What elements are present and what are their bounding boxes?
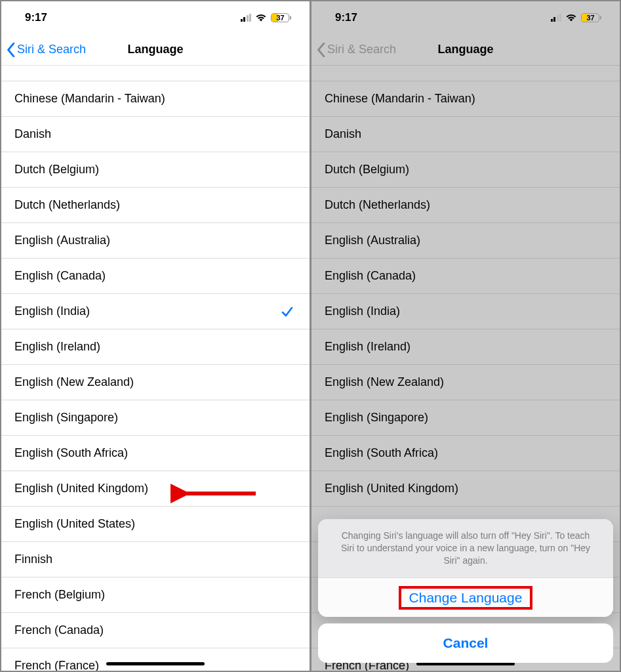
page-title: Language [127,43,183,56]
back-label: Siri & Search [17,43,86,56]
list-item[interactable]: Dutch (Belgium) [1,152,310,188]
list-item[interactable]: English (Singapore) [1,400,310,436]
list-item[interactable]: Dutch (Netherlands) [1,188,310,223]
list-item-label: English (South Africa) [14,446,128,460]
cellular-icon [241,14,252,22]
change-language-button[interactable]: Change Language [318,578,613,617]
list-item-label: Finnish [14,553,52,566]
list-item[interactable]: English (Ireland) [1,329,310,365]
checkmark-icon [281,305,294,318]
action-sheet: Changing Siri's language will also turn … [311,1,620,671]
list-item[interactable]: Chinese (Mandarin - Taiwan) [1,81,310,117]
phone-left: 9:17 37 Siri & Search Language Chinese (… [1,1,310,671]
list-item-label: French (France) [14,659,99,671]
status-right: 37 [241,13,292,22]
list-item[interactable]: English (Australia) [1,223,310,259]
list-item[interactable]: French (Canada) [1,613,310,648]
list-item[interactable]: English (Canada) [1,259,310,294]
list-item-label: English (Ireland) [14,340,100,354]
list-item[interactable]: Danish [1,117,310,152]
list-item[interactable]: Finnish [1,542,310,578]
highlight-box: Change Language [399,586,533,610]
change-language-label: Change Language [409,590,523,605]
cancel-label: Cancel [443,635,489,651]
list-item[interactable]: Chinese (Mandarin - China mainland) [1,66,310,81]
list-item[interactable]: French (Belgium) [1,578,310,613]
action-sheet-group: Changing Siri's language will also turn … [318,519,613,617]
back-button[interactable]: Siri & Search [7,43,86,57]
list-item-label: French (Canada) [14,623,104,637]
home-indicator[interactable] [106,662,205,665]
wifi-icon [255,13,267,22]
list-item[interactable]: French (France) [1,648,310,671]
list-item-label: Chinese (Mandarin - Taiwan) [14,92,165,106]
list-item-label: English (Australia) [14,234,110,247]
battery-percent: 37 [271,13,290,22]
list-item-label: English (India) [14,304,90,318]
list-item[interactable]: English (United Kingdom) [1,471,310,507]
status-bar: 9:17 37 [1,1,310,34]
list-item[interactable]: English (South Africa) [1,436,310,471]
nav-bar: Siri & Search Language [1,34,310,66]
list-item-label: Dutch (Netherlands) [14,198,120,212]
list-item-label: English (United States) [14,517,135,531]
battery-icon: 37 [271,13,291,22]
list-item-label: English (New Zealand) [14,375,134,389]
list-item-label: Danish [14,127,51,141]
language-list[interactable]: Chinese (Mandarin - China mainland) Chin… [1,66,310,671]
list-item[interactable]: English (United States) [1,507,310,542]
list-item-label: English (Singapore) [14,411,118,425]
list-item-label: Dutch (Belgium) [14,163,99,177]
list-item[interactable]: English (India) [1,294,310,329]
phone-right: 9:17 37 Siri & Search Language Chinese (… [311,1,620,671]
cancel-button[interactable]: Cancel [318,623,613,663]
list-item[interactable]: English (New Zealand) [1,365,310,400]
chevron-left-icon [7,43,16,57]
list-item-label: French (Belgium) [14,588,105,602]
time-label: 9:17 [25,11,47,24]
action-sheet-message: Changing Siri's language will also turn … [318,519,613,578]
list-item-label: English (United Kingdom) [14,482,148,495]
list-item-label: English (Canada) [14,269,106,283]
